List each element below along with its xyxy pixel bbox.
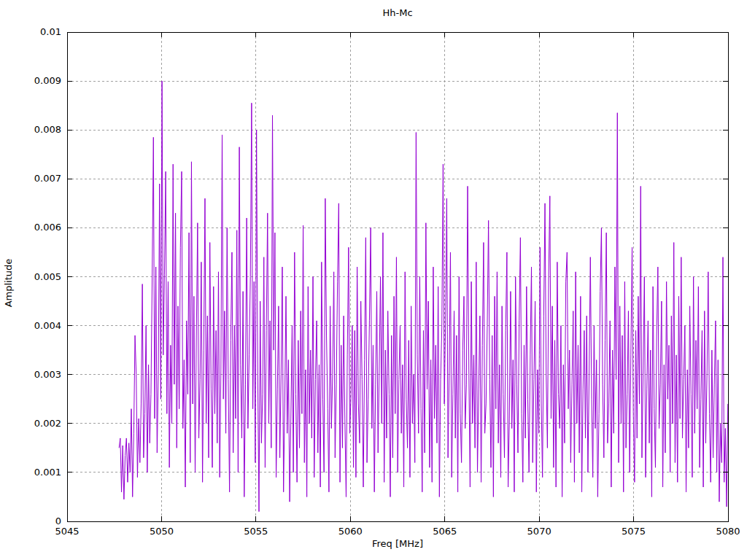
plot-canvas: [0, 0, 747, 560]
x-tick-label: 5055: [227, 526, 285, 537]
x-tick-label: 5060: [321, 526, 379, 537]
x-tick-label: 5045: [38, 526, 96, 537]
y-tick-label: 0.01: [0, 26, 61, 38]
y-tick-label: 0.007: [0, 173, 61, 184]
y-axis-label: Amplitude: [3, 259, 15, 308]
y-tick-label: 0.004: [0, 320, 61, 332]
chart-title: Hh-Mc: [67, 7, 728, 19]
y-tick-label: 0.002: [0, 418, 61, 429]
x-tick-label: 5070: [510, 526, 568, 537]
y-tick-label: 0.001: [0, 467, 61, 478]
gnuplot-chart: Hh-Mc Freq [MHz] Amplitude 00.0010.0020.…: [0, 0, 747, 560]
y-tick-label: 0.006: [0, 222, 61, 233]
x-tick-label: 5075: [605, 526, 663, 537]
y-tick-label: 0.009: [0, 75, 61, 87]
x-tick-label: 5065: [416, 526, 474, 537]
y-tick-label: 0.008: [0, 124, 61, 136]
y-tick-label: 0.003: [0, 369, 61, 381]
x-axis-label: Freq [MHz]: [67, 538, 728, 550]
x-tick-label: 5080: [699, 526, 747, 537]
y-tick-label: 0.005: [0, 271, 61, 283]
spectrum-line: [119, 81, 728, 511]
x-tick-label: 5050: [132, 526, 190, 537]
